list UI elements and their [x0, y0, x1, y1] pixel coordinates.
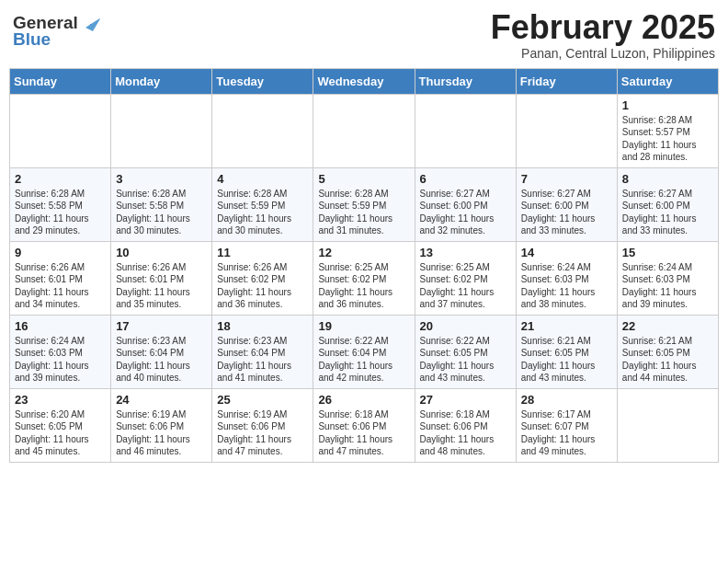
col-sunday: Sunday: [10, 68, 111, 94]
table-row: 10Sunrise: 6:26 AM Sunset: 6:01 PM Dayli…: [111, 241, 212, 315]
day-number: 9: [15, 246, 106, 259]
header: General Blue February 2025 Panan, Centra…: [9, 9, 719, 61]
day-number: 6: [420, 172, 511, 186]
table-row: 11Sunrise: 6:26 AM Sunset: 6:02 PM Dayli…: [212, 241, 313, 315]
day-number: 26: [318, 393, 409, 407]
calendar-week-row: 23Sunrise: 6:20 AM Sunset: 6:05 PM Dayli…: [10, 388, 719, 462]
table-row: [617, 388, 718, 462]
col-wednesday: Wednesday: [313, 68, 415, 94]
day-number: 17: [116, 319, 207, 333]
table-row: 6Sunrise: 6:27 AM Sunset: 6:00 PM Daylig…: [415, 167, 516, 241]
month-year-title: February 2025: [491, 9, 715, 46]
day-number: 25: [217, 393, 308, 407]
table-row: 15Sunrise: 6:24 AM Sunset: 6:03 PM Dayli…: [617, 241, 718, 315]
day-number: 20: [420, 319, 511, 333]
day-info: Sunrise: 6:20 AM Sunset: 6:05 PM Dayligh…: [15, 408, 106, 458]
day-number: 2: [15, 172, 106, 186]
day-info: Sunrise: 6:19 AM Sunset: 6:06 PM Dayligh…: [217, 408, 308, 458]
table-row: 28Sunrise: 6:17 AM Sunset: 6:07 PM Dayli…: [516, 388, 617, 462]
day-info: Sunrise: 6:21 AM Sunset: 6:05 PM Dayligh…: [622, 335, 713, 385]
day-info: Sunrise: 6:27 AM Sunset: 6:00 PM Dayligh…: [521, 188, 612, 237]
logo-blue: Blue: [13, 29, 51, 50]
table-row: 19Sunrise: 6:22 AM Sunset: 6:04 PM Dayli…: [313, 315, 415, 388]
day-info: Sunrise: 6:26 AM Sunset: 6:01 PM Dayligh…: [116, 261, 207, 311]
col-saturday: Saturday: [617, 68, 718, 94]
col-tuesday: Tuesday: [212, 68, 313, 94]
table-row: 23Sunrise: 6:20 AM Sunset: 6:05 PM Dayli…: [10, 388, 111, 462]
day-number: 19: [318, 319, 409, 333]
calendar-header-row: Sunday Monday Tuesday Wednesday Thursday…: [10, 68, 719, 94]
day-info: Sunrise: 6:28 AM Sunset: 5:57 PM Dayligh…: [622, 114, 713, 164]
day-info: Sunrise: 6:24 AM Sunset: 6:03 PM Dayligh…: [521, 261, 612, 311]
day-number: 1: [622, 98, 713, 112]
table-row: [415, 94, 516, 167]
table-row: 5Sunrise: 6:28 AM Sunset: 5:59 PM Daylig…: [313, 167, 415, 241]
day-info: Sunrise: 6:18 AM Sunset: 6:06 PM Dayligh…: [318, 408, 409, 458]
day-number: 7: [521, 172, 612, 186]
table-row: 20Sunrise: 6:22 AM Sunset: 6:05 PM Dayli…: [415, 315, 516, 388]
day-info: Sunrise: 6:28 AM Sunset: 5:58 PM Dayligh…: [116, 188, 207, 237]
table-row: [516, 94, 617, 167]
day-number: 21: [521, 319, 612, 333]
col-thursday: Thursday: [415, 68, 516, 94]
table-row: 9Sunrise: 6:26 AM Sunset: 6:01 PM Daylig…: [10, 241, 111, 315]
day-info: Sunrise: 6:25 AM Sunset: 6:02 PM Dayligh…: [420, 261, 511, 311]
table-row: 21Sunrise: 6:21 AM Sunset: 6:05 PM Dayli…: [516, 315, 617, 388]
day-info: Sunrise: 6:19 AM Sunset: 6:06 PM Dayligh…: [116, 408, 207, 458]
title-section: February 2025 Panan, Central Luzon, Phil…: [491, 9, 715, 61]
table-row: 17Sunrise: 6:23 AM Sunset: 6:04 PM Dayli…: [111, 315, 212, 388]
table-row: 4Sunrise: 6:28 AM Sunset: 5:59 PM Daylig…: [212, 167, 313, 241]
table-row: 8Sunrise: 6:27 AM Sunset: 6:00 PM Daylig…: [617, 167, 718, 241]
day-info: Sunrise: 6:28 AM Sunset: 5:59 PM Dayligh…: [318, 188, 409, 237]
table-row: 26Sunrise: 6:18 AM Sunset: 6:06 PM Dayli…: [313, 388, 415, 462]
day-info: Sunrise: 6:24 AM Sunset: 6:03 PM Dayligh…: [15, 335, 106, 385]
day-number: 28: [521, 393, 612, 407]
calendar-table: Sunday Monday Tuesday Wednesday Thursday…: [9, 68, 719, 463]
day-number: 5: [318, 172, 409, 186]
calendar-week-row: 16Sunrise: 6:24 AM Sunset: 6:03 PM Dayli…: [10, 315, 719, 388]
day-number: 3: [116, 172, 207, 186]
table-row: 13Sunrise: 6:25 AM Sunset: 6:02 PM Dayli…: [415, 241, 516, 315]
day-number: 4: [217, 172, 308, 186]
table-row: 7Sunrise: 6:27 AM Sunset: 6:00 PM Daylig…: [516, 167, 617, 241]
logo: General Blue: [13, 13, 100, 50]
table-row: 27Sunrise: 6:18 AM Sunset: 6:06 PM Dayli…: [415, 388, 516, 462]
day-info: Sunrise: 6:22 AM Sunset: 6:04 PM Dayligh…: [318, 335, 409, 385]
day-info: Sunrise: 6:28 AM Sunset: 5:58 PM Dayligh…: [15, 188, 106, 237]
day-number: 12: [318, 246, 409, 259]
day-info: Sunrise: 6:26 AM Sunset: 6:02 PM Dayligh…: [217, 261, 308, 311]
table-row: 24Sunrise: 6:19 AM Sunset: 6:06 PM Dayli…: [111, 388, 212, 462]
day-number: 15: [622, 246, 713, 259]
location-subtitle: Panan, Central Luzon, Philippines: [491, 46, 715, 61]
table-row: 22Sunrise: 6:21 AM Sunset: 6:05 PM Dayli…: [617, 315, 718, 388]
col-monday: Monday: [111, 68, 212, 94]
day-info: Sunrise: 6:23 AM Sunset: 6:04 PM Dayligh…: [116, 335, 207, 385]
table-row: [111, 94, 212, 167]
day-number: 11: [217, 246, 308, 259]
table-row: 1Sunrise: 6:28 AM Sunset: 5:57 PM Daylig…: [617, 94, 718, 167]
table-row: 14Sunrise: 6:24 AM Sunset: 6:03 PM Dayli…: [516, 241, 617, 315]
day-number: 22: [622, 319, 713, 333]
svg-marker-1: [85, 18, 100, 31]
table-row: [212, 94, 313, 167]
calendar-week-row: 1Sunrise: 6:28 AM Sunset: 5:57 PM Daylig…: [10, 94, 719, 167]
day-info: Sunrise: 6:24 AM Sunset: 6:03 PM Dayligh…: [622, 261, 713, 311]
table-row: 18Sunrise: 6:23 AM Sunset: 6:04 PM Dayli…: [212, 315, 313, 388]
day-number: 13: [420, 246, 511, 259]
day-info: Sunrise: 6:17 AM Sunset: 6:07 PM Dayligh…: [521, 408, 612, 458]
day-info: Sunrise: 6:22 AM Sunset: 6:05 PM Dayligh…: [420, 335, 511, 385]
calendar-week-row: 9Sunrise: 6:26 AM Sunset: 6:01 PM Daylig…: [10, 241, 719, 315]
table-row: 25Sunrise: 6:19 AM Sunset: 6:06 PM Dayli…: [212, 388, 313, 462]
table-row: 3Sunrise: 6:28 AM Sunset: 5:58 PM Daylig…: [111, 167, 212, 241]
day-number: 10: [116, 246, 207, 259]
day-number: 27: [420, 393, 511, 407]
calendar-week-row: 2Sunrise: 6:28 AM Sunset: 5:58 PM Daylig…: [10, 167, 719, 241]
day-info: Sunrise: 6:26 AM Sunset: 6:01 PM Dayligh…: [15, 261, 106, 311]
logo-bird-icon: [80, 15, 100, 31]
day-number: 23: [15, 393, 106, 407]
day-info: Sunrise: 6:18 AM Sunset: 6:06 PM Dayligh…: [420, 408, 511, 458]
day-number: 24: [116, 393, 207, 407]
day-info: Sunrise: 6:27 AM Sunset: 6:00 PM Dayligh…: [420, 188, 511, 237]
table-row: [313, 94, 415, 167]
day-number: 16: [15, 319, 106, 333]
